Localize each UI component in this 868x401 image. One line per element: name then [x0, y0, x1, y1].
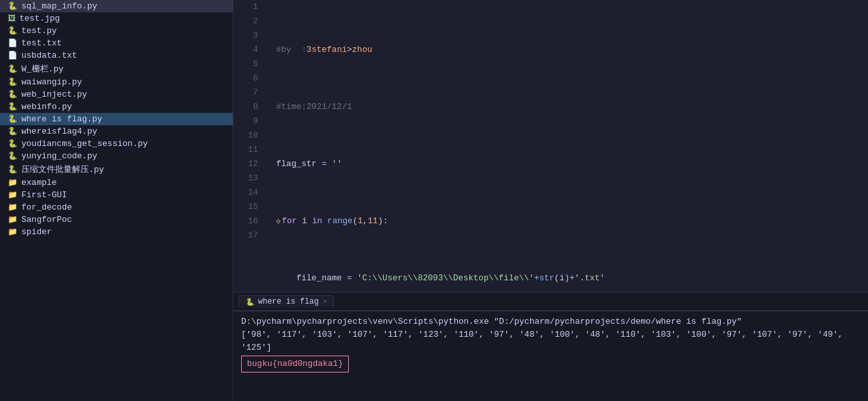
py-icon: 🐍 [8, 26, 18, 36]
txt-icon: 📄 [8, 38, 18, 48]
tab-close-button[interactable]: × [323, 298, 327, 306]
py-icon: 🐍 [8, 165, 18, 175]
txt-icon: 📄 [8, 51, 18, 60]
code-line-4: ◇for i in range(1,11): [276, 214, 858, 228]
folder-name: First-GUI [21, 190, 67, 200]
sidebar: 🐍 sql_map_info.py 🖼 test.jpg 🐍 test.py 📄… [0, 0, 233, 401]
sidebar-item-sangforpoc[interactable]: 📁 SangforPoc [0, 213, 233, 226]
folder-icon: 📁 [8, 190, 18, 200]
line-numbers: 1 2 3 4 5 6 7 8 9 10 11 12 13 14 15 16 1… [233, 0, 266, 292]
file-name: usbdata.txt [21, 51, 77, 60]
file-name: webinfo.py [21, 102, 72, 112]
file-name: waiwangip.py [21, 77, 82, 87]
py-icon: 🐍 [8, 102, 18, 112]
code-line-1: #by :3stefani>zhou [276, 43, 858, 57]
sidebar-item-for-decode[interactable]: 📁 for_decode [0, 201, 233, 213]
sidebar-item-web-inject[interactable]: 🐍 web_inject.py [0, 88, 233, 101]
folder-name: spider [21, 227, 52, 237]
folder-name: SangforPoc [21, 215, 72, 225]
code-line-5: file_name = 'C:\\Users\\82093\\Desktop\\… [276, 271, 858, 286]
sidebar-item-first-gui[interactable]: 📁 First-GUI [0, 189, 233, 201]
code-line-2: #time:2021/12/1 [276, 100, 858, 114]
py-icon: 🐍 [8, 151, 18, 161]
folder-icon: 📁 [8, 227, 18, 237]
main-area: 🐍 sql_map_info.py 🖼 test.jpg 🐍 test.py 📄… [0, 0, 868, 401]
py-icon: 🐍 [8, 114, 18, 124]
sidebar-item-youdiancms[interactable]: 🐍 youdiancms_get_session.py [0, 138, 233, 150]
img-icon: 🖼 [8, 14, 16, 23]
sidebar-item-whereisflag4[interactable]: 🐍 whereisflag4.py [0, 125, 233, 138]
folder-icon: 📁 [8, 215, 18, 225]
sidebar-item-waiwangip[interactable]: 🐍 waiwangip.py [0, 76, 233, 88]
sidebar-item-usbdata[interactable]: 📄 usbdata.txt [0, 49, 233, 62]
file-name: where is flag.py [21, 114, 102, 124]
file-name: youdiancms_get_session.py [21, 139, 148, 149]
terminal-flag: bugku{na0d0ngdaka1} [241, 356, 349, 372]
py-icon: 🐍 [8, 77, 18, 87]
file-name: test.py [21, 26, 57, 36]
terminal[interactable]: D:\pycharm\pycharprojects\venv\Scripts\p… [233, 310, 868, 401]
bottom-tabs: 🐍 where is flag × [233, 292, 868, 310]
terminal-output-1: ['98', '117', '103', '107', '117', '123'… [241, 328, 860, 354]
file-name: whereisflag4.py [21, 127, 97, 136]
terminal-flag-line: bugku{na0d0ngdaka1} [241, 354, 860, 372]
sidebar-item-yunying[interactable]: 🐍 yunying_code.py [0, 150, 233, 162]
py-icon: 🐍 [8, 139, 18, 149]
py-icon: 🐍 [8, 90, 18, 99]
sidebar-item-webinfo[interactable]: 🐍 webinfo.py [0, 101, 233, 113]
editor-area: 1 2 3 4 5 6 7 8 9 10 11 12 13 14 15 16 1… [233, 0, 868, 401]
code-content: #by :3stefani>zhou #time:2021/12/1 flag_… [266, 0, 868, 292]
code-line-3: flag_str = '' [276, 157, 858, 171]
sidebar-item-example[interactable]: 📁 example [0, 176, 233, 189]
file-name: web_inject.py [21, 90, 87, 99]
comment-hash: # [276, 43, 281, 57]
tab-where-is-flag[interactable]: 🐍 where is flag × [239, 295, 334, 308]
py-icon: 🐍 [8, 1, 18, 11]
code-container[interactable]: 1 2 3 4 5 6 7 8 9 10 11 12 13 14 15 16 1… [233, 0, 868, 292]
folder-name: example [21, 178, 57, 188]
terminal-content: D:\pycharm\pycharprojects\venv\Scripts\p… [233, 311, 868, 376]
sidebar-item-wlan[interactable]: 🐍 W_栅栏.py [0, 62, 233, 76]
sidebar-item-testjpg[interactable]: 🖼 test.jpg [0, 12, 233, 25]
file-name: yunying_code.py [21, 151, 97, 161]
folder-icon: 📁 [8, 178, 18, 188]
sidebar-item-where-is-flag[interactable]: 🐍 where is flag.py [0, 113, 233, 125]
file-name: test.txt [21, 38, 62, 48]
sidebar-item-sql-map[interactable]: 🐍 sql_map_info.py [0, 0, 233, 12]
sidebar-item-testpy[interactable]: 🐍 test.py [0, 25, 233, 37]
terminal-command: D:\pycharm\pycharprojects\venv\Scripts\p… [241, 315, 860, 328]
tab-label: where is flag [258, 297, 319, 306]
py-icon: 🐍 [8, 127, 18, 136]
file-name: sql_map_info.py [21, 1, 97, 11]
sidebar-item-compress[interactable]: 🐍 压缩文件批量解压.py [0, 162, 233, 176]
file-name: 压缩文件批量解压.py [21, 164, 104, 175]
sidebar-item-testtxt[interactable]: 📄 test.txt [0, 37, 233, 49]
py-icon: 🐍 [8, 64, 18, 74]
folder-icon: 📁 [8, 202, 18, 212]
sidebar-item-spider[interactable]: 📁 spider [0, 226, 233, 238]
tab-py-icon: 🐍 [246, 298, 255, 306]
folder-name: for_decode [21, 202, 72, 212]
file-name: W_栅栏.py [21, 63, 64, 75]
file-name: test.jpg [19, 14, 60, 23]
